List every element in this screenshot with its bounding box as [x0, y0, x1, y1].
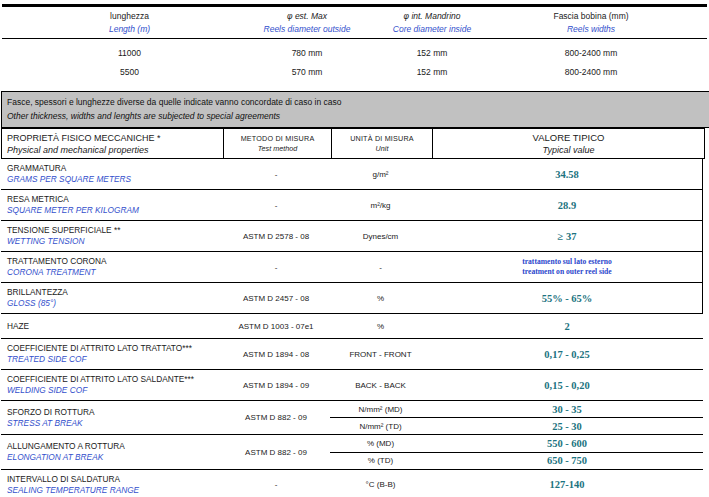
- special-agreements-notice: Fasce, spessori e lunghezze diverse da q…: [1, 91, 709, 128]
- table-row: COEFFICIENTE DI ATTRITO LATO TRATTATO***…: [1, 339, 703, 370]
- unit: % (MD): [330, 439, 431, 448]
- unit: %: [330, 322, 431, 331]
- property-name-it: HAZE: [7, 321, 222, 332]
- test-method: ASTM D 882 - 09: [222, 413, 330, 422]
- typical-value-line1: trattamento sul lato esterno: [431, 257, 703, 267]
- table-row: GRAMMATURA GRAMS PER SQUARE METERS - g/m…: [1, 159, 703, 190]
- md-td-subrows: % (MD) 550 - 600 % (TD) 650 - 750: [330, 435, 703, 469]
- spec-width-value: 800-2400 mm: [477, 48, 705, 58]
- typical-value: 0,15 - 0,20: [431, 380, 703, 391]
- unit: BACK - BACK: [330, 381, 431, 390]
- header-property-label-en: Physical and mechanical properties: [7, 144, 223, 156]
- spec-length-value: 5500: [2, 67, 227, 77]
- typical-value: 0,17 - 0,25: [431, 349, 703, 360]
- property-name-it: COEFFICIENTE DI ATTRITO LATO SALDANTE***: [7, 374, 222, 385]
- spec-col-outer-diameter-header: φ est. Max Reels diameter outside: [227, 10, 387, 36]
- unit: N/mm² (MD): [330, 405, 431, 414]
- header-unit-column: UNITÀ DI MISURA Unit: [331, 129, 432, 158]
- table-row: 5500 570 mm 152 mm 800-2400 mm: [2, 62, 707, 81]
- spec-col-length-label-it: lunghezza: [32, 10, 227, 23]
- header-unit-label-en: Unit: [332, 144, 432, 154]
- reel-spec-table: lunghezza Length (m) φ est. Max Reels di…: [2, 4, 707, 87]
- spec-width-value: 800-2400 mm: [477, 67, 705, 77]
- typical-value: trattamento sul lato esterno treatment o…: [431, 257, 703, 277]
- table-row: RESA METRICA SQUARE METER PER KILOGRAM -…: [1, 190, 703, 221]
- unit: % (TD): [330, 456, 431, 465]
- table-row: 11000 780 mm 152 mm 800-2400 mm: [2, 43, 707, 62]
- test-method: -: [222, 201, 330, 210]
- test-method: -: [222, 170, 330, 179]
- typical-value: 25 - 30: [431, 421, 703, 432]
- spec-col-outer-diameter-label-it: φ est. Max: [227, 10, 387, 23]
- md-td-subrows: N/mm² (MD) 30 - 35 N/mm² (TD) 25 - 30: [330, 401, 703, 434]
- header-method-column: METODO DI MISURA Test method: [223, 129, 331, 158]
- unit: -: [330, 263, 431, 272]
- property-name-en: GLOSS (85°): [7, 298, 222, 309]
- unit: FRONT - FRONT: [330, 350, 431, 359]
- property-name-en: STRESS AT BREAK: [7, 418, 222, 429]
- typical-value-line2: treatment on outer reel side: [431, 267, 703, 277]
- spec-col-length-header: lunghezza Length (m): [2, 10, 227, 36]
- test-method: ASTM D 2457 - 08: [222, 294, 330, 303]
- unit: °C (B-B): [330, 480, 431, 489]
- property-name-it: COEFFICIENTE DI ATTRITO LATO TRATTATO***: [7, 343, 222, 354]
- property-name-it: SFORZO DI ROTTURA: [7, 407, 222, 418]
- property-name-en: SEALING TEMPERATURE RANGE: [7, 485, 222, 496]
- header-method-label-en: Test method: [224, 144, 331, 154]
- header-unit-label-it: UNITÀ DI MISURA: [332, 134, 432, 144]
- datasheet-page: lunghezza Length (m) φ est. Max Reels di…: [0, 0, 707, 497]
- property-name-en: ELONGATION AT BREAK: [7, 452, 222, 463]
- spec-core-diameter-value: 152 mm: [387, 48, 477, 58]
- table-row: HAZE ASTM D 1003 - 07e1 % 2: [1, 314, 703, 339]
- property-name-en: GRAMS PER SQUARE METERS: [7, 174, 222, 185]
- unit: Dynes/cm: [330, 232, 431, 241]
- property-name-it: GRAMMATURA: [7, 163, 222, 174]
- typical-value: 550 - 600: [431, 438, 703, 449]
- table-row: COEFFICIENTE DI ATTRITO LATO SALDANTE***…: [1, 370, 703, 401]
- unit: %: [330, 294, 431, 303]
- properties-table-header: PROPRIETÀ FISICO MECCANICHE * Physical a…: [1, 128, 705, 159]
- table-subrow-td: % (TD) 650 - 750: [330, 453, 703, 470]
- table-row: ALLUNGAMENTO A ROTTURA ELONGATION AT BRE…: [1, 435, 703, 470]
- table-subrow-md: % (MD) 550 - 600: [330, 435, 703, 453]
- property-name-it: TENSIONE SUPERFICIALE **: [7, 225, 222, 236]
- unit: g/m²: [330, 170, 431, 179]
- test-method: -: [222, 263, 330, 272]
- table-row: SFORZO DI ROTTURA STRESS AT BREAK ASTM D…: [1, 401, 703, 435]
- spec-col-width-label-en: Reels widths: [477, 23, 705, 36]
- table-row: BRILLANTEZZA GLOSS (85°) ASTM D 2457 - 0…: [1, 283, 703, 314]
- test-method: -: [222, 480, 330, 489]
- spec-col-outer-diameter-label-en: Reels diameter outside: [227, 23, 387, 36]
- test-method: ASTM D 882 - 09: [222, 448, 330, 457]
- typical-value: 28.9: [431, 200, 703, 211]
- notice-text-en: Other thickness, widths and lenghts are …: [7, 109, 709, 123]
- typical-value: 30 - 35: [431, 404, 703, 415]
- spec-col-length-label-en: Length (m): [32, 23, 227, 36]
- spec-col-core-diameter-header: φ int. Mandrino Core diameter inside: [387, 10, 477, 36]
- spec-length-value: 11000: [2, 48, 227, 58]
- test-method: ASTM D 2578 - 08: [222, 232, 330, 241]
- property-name-it: BRILLANTEZZA: [7, 287, 222, 298]
- typical-value: 2: [431, 321, 703, 332]
- spec-col-width-header: Fascia bobina (mm) Reels widths: [477, 10, 705, 36]
- test-method: ASTM D 1003 - 07e1: [222, 322, 330, 331]
- property-name-it: ALLUNGAMENTO A ROTTURA: [7, 441, 222, 452]
- header-value-column: VALORE TIPICO Typical value: [432, 129, 704, 158]
- property-name-en: TREATED SIDE COF: [7, 354, 222, 365]
- typical-value: 34.58: [431, 169, 703, 180]
- spec-col-width-label-it: Fascia bobina (mm): [477, 10, 705, 23]
- spec-outer-diameter-value: 570 mm: [227, 67, 387, 77]
- typical-value: 127-140: [431, 479, 703, 490]
- unit: N/mm² (TD): [330, 422, 431, 431]
- typical-value: ≥ 37: [431, 231, 703, 242]
- header-method-label-it: METODO DI MISURA: [224, 134, 331, 144]
- property-name-en: WELDING SIDE COF: [7, 385, 222, 396]
- test-method: ASTM D 1894 - 09: [222, 381, 330, 390]
- unit: m²/kg: [330, 201, 431, 210]
- table-subrow-td: N/mm² (TD) 25 - 30: [330, 418, 703, 434]
- header-value-label-en: Typical value: [433, 144, 704, 156]
- notice-text-it: Fasce, spessori e lunghezze diverse da q…: [7, 95, 709, 109]
- typical-value: 650 - 750: [431, 455, 703, 466]
- table-subrow-md: N/mm² (MD) 30 - 35: [330, 401, 703, 418]
- header-property-column: PROPRIETÀ FISICO MECCANICHE * Physical a…: [2, 129, 223, 158]
